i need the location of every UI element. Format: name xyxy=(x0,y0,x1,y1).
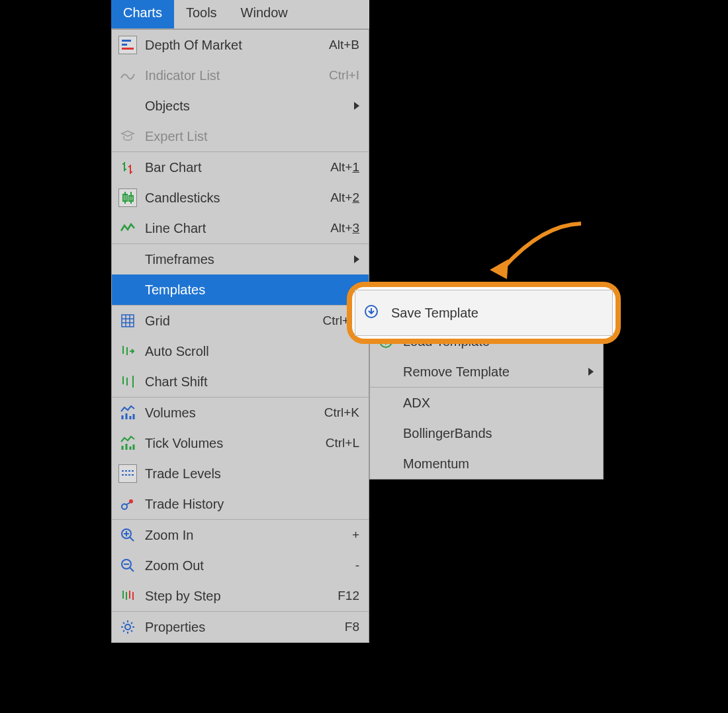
indicator-list-icon xyxy=(118,66,137,85)
shortcut: Ctrl+I xyxy=(329,68,359,83)
menu-label: Zoom Out xyxy=(145,558,355,573)
shortcut: Ctrl+K xyxy=(324,405,359,420)
svg-point-42 xyxy=(125,624,130,630)
menu-label: Bar Chart xyxy=(145,160,330,175)
menu-timeframes[interactable]: Timeframes xyxy=(112,244,369,274)
download-circle-icon xyxy=(377,302,395,320)
menu-tick-volumes[interactable]: Tick Volumes Ctrl+L xyxy=(112,428,369,458)
blank-icon xyxy=(377,454,395,473)
submenu-label: Momentum xyxy=(403,456,594,472)
submenu-save-template[interactable]: Save Template xyxy=(370,296,603,326)
upload-circle-icon xyxy=(377,332,395,351)
menu-label: Objects xyxy=(145,99,354,114)
candlesticks-icon xyxy=(118,189,137,207)
menu-label: Candlesticks xyxy=(145,190,330,206)
svg-line-32 xyxy=(130,537,134,541)
blank-icon xyxy=(118,97,137,115)
blank-icon xyxy=(118,280,137,299)
menubar-window[interactable]: Window xyxy=(229,0,300,28)
submenu-label: ADX xyxy=(403,396,594,411)
menu-label: Depth Of Market xyxy=(145,38,329,53)
menubar-tools[interactable]: Tools xyxy=(174,0,229,28)
submenu-preset-momentum[interactable]: Momentum xyxy=(370,448,603,479)
submenu-preset-bollinger[interactable]: BollingerBands xyxy=(370,418,603,448)
zoom-out-icon xyxy=(118,556,137,575)
menu-label: Volumes xyxy=(145,405,324,421)
svg-rect-1 xyxy=(122,44,127,46)
shortcut: + xyxy=(352,528,359,542)
menu-depth-of-market[interactable]: Depth Of Market Alt+B xyxy=(112,30,369,60)
shortcut: Alt+1 xyxy=(330,160,359,175)
menu-chart-shift[interactable]: Chart Shift xyxy=(112,366,369,397)
menu-label: Indicator List xyxy=(145,68,329,83)
menu-label: Grid xyxy=(145,314,323,329)
menu-label: Trade History xyxy=(145,497,359,512)
shortcut: - xyxy=(355,558,359,573)
menu-label: Expert List xyxy=(145,129,359,144)
submenu-label: Load Template xyxy=(403,334,594,349)
blank-icon xyxy=(118,250,137,269)
menu-label: Trade Levels xyxy=(145,466,359,482)
templates-submenu: Save Template Load Template Remove Templ… xyxy=(369,295,604,480)
tick-volumes-icon xyxy=(118,434,137,452)
bar-chart-icon xyxy=(118,158,137,177)
submenu-label: Save Template xyxy=(403,304,594,319)
shortcut: F8 xyxy=(345,620,359,634)
menu-label: Tick Volumes xyxy=(145,436,326,451)
chart-shift-icon xyxy=(118,372,137,391)
volumes-icon xyxy=(118,403,137,422)
step-by-step-icon xyxy=(118,587,137,605)
menu-objects[interactable]: Objects xyxy=(112,91,369,121)
menu-zoom-in[interactable]: Zoom In + xyxy=(112,520,369,550)
submenu-preset-adx[interactable]: ADX xyxy=(370,388,603,418)
menu-label: Timeframes xyxy=(145,252,354,267)
menu-volumes[interactable]: Volumes Ctrl+K xyxy=(112,398,369,428)
submenu-remove-template[interactable]: Remove Template xyxy=(370,356,603,387)
menu-label: Line Chart xyxy=(145,221,330,236)
submenu-arrow-icon xyxy=(354,286,359,294)
menu-indicator-list: Indicator List Ctrl+I xyxy=(112,60,369,91)
menubar: Charts Tools Window xyxy=(111,0,369,29)
trade-history-icon xyxy=(118,495,137,513)
menu-templates[interactable]: Templates xyxy=(112,274,369,305)
menu-bar-chart[interactable]: Bar Chart Alt+1 xyxy=(112,152,369,183)
menu-label: Step by Step xyxy=(145,589,338,604)
menu-step-by-step[interactable]: Step by Step F12 xyxy=(112,581,369,611)
menu-label: Chart Shift xyxy=(145,374,359,390)
svg-rect-2 xyxy=(122,48,134,50)
line-chart-icon xyxy=(118,219,137,237)
submenu-load-template[interactable]: Load Template xyxy=(370,326,603,356)
menu-label: Auto Scroll xyxy=(145,344,359,359)
menu-label: Zoom In xyxy=(145,528,352,543)
svg-rect-0 xyxy=(122,40,131,42)
shortcut: Ctrl+L xyxy=(326,436,359,450)
expert-list-icon xyxy=(118,127,137,146)
shortcut: Alt+2 xyxy=(330,190,359,205)
menu-label: Properties xyxy=(145,620,345,635)
submenu-arrow-icon xyxy=(354,255,359,263)
callout-arrow-icon xyxy=(482,218,588,291)
svg-point-28 xyxy=(122,504,127,509)
grid-icon xyxy=(118,312,137,330)
menu-label: Templates xyxy=(145,282,354,298)
menu-properties[interactable]: Properties F8 xyxy=(112,612,369,642)
menu-auto-scroll[interactable]: Auto Scroll xyxy=(112,336,369,366)
menu-grid[interactable]: Grid Ctrl+G xyxy=(112,306,369,336)
menu-expert-list: Expert List xyxy=(112,121,369,151)
gear-icon xyxy=(118,618,137,636)
submenu-label: Remove Template xyxy=(403,364,588,380)
auto-scroll-icon xyxy=(118,342,137,360)
menu-trade-history[interactable]: Trade History xyxy=(112,489,369,519)
menu-line-chart[interactable]: Line Chart Alt+3 xyxy=(112,213,369,243)
trade-levels-icon xyxy=(118,464,137,483)
menu-zoom-out[interactable]: Zoom Out - xyxy=(112,550,369,581)
menu-trade-levels[interactable]: Trade Levels xyxy=(112,458,369,489)
zoom-in-icon xyxy=(118,526,137,544)
depth-of-market-icon xyxy=(118,36,137,54)
shortcut: Ctrl+G xyxy=(323,314,359,328)
menu-candlesticks[interactable]: Candlesticks Alt+2 xyxy=(112,183,369,213)
shortcut: Alt+B xyxy=(329,38,359,52)
blank-icon xyxy=(377,424,395,442)
charts-dropdown: Depth Of Market Alt+B Indicator List Ctr… xyxy=(111,29,369,643)
menubar-charts[interactable]: Charts xyxy=(111,0,174,28)
